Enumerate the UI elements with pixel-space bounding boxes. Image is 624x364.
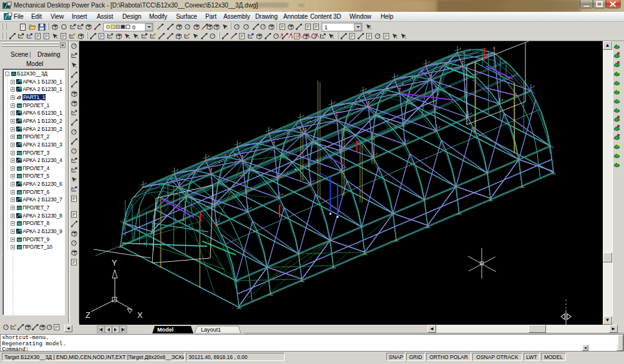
svg-text:Z: Z [85,310,90,320]
svg-text:Model: Model [157,327,173,333]
svg-text:Y: Y [112,258,117,267]
svg-text:X: X [137,310,143,320]
svg-text:1: 1 [324,24,328,31]
svg-text:0: 0 [132,24,135,31]
svg-text:Layout1: Layout1 [201,327,221,333]
